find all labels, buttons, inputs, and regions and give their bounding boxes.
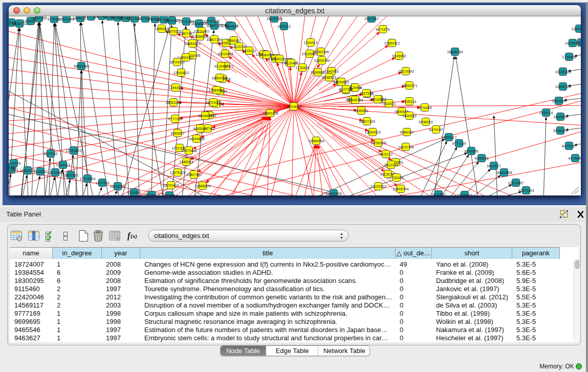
- svg-text:15692971: 15692971: [62, 173, 78, 177]
- svg-text:2935114: 2935114: [539, 111, 553, 115]
- svg-text:18724007: 18724007: [205, 101, 221, 104]
- svg-text:18807249: 18807249: [206, 38, 222, 41]
- svg-text:9699695: 9699695: [464, 149, 478, 153]
- svg-text:9463627: 9463627: [170, 132, 184, 135]
- svg-text:10025433: 10025433: [555, 70, 571, 74]
- svg-text:5938923: 5938923: [322, 76, 336, 79]
- svg-text:9227342: 9227342: [339, 87, 353, 91]
- svg-text:12093822: 12093822: [66, 149, 81, 152]
- svg-text:9463627: 9463627: [487, 164, 500, 168]
- svg-text:22420046: 22420046: [456, 193, 472, 196]
- svg-text:1640953: 1640953: [402, 114, 416, 118]
- svg-text:13654923: 13654923: [184, 42, 200, 46]
- svg-text:14120746: 14120746: [231, 45, 247, 49]
- svg-text:9465546: 9465546: [193, 127, 207, 130]
- svg-text:18300295: 18300295: [31, 16, 47, 20]
- svg-text:10654112: 10654112: [384, 41, 400, 45]
- svg-text:12093822: 12093822: [333, 80, 349, 84]
- svg-text:28053346: 28053346: [9, 166, 16, 169]
- svg-text:15692971: 15692971: [401, 84, 417, 87]
- svg-text:9227342: 9227342: [43, 152, 57, 156]
- svg-text:12093822: 12093822: [173, 71, 189, 75]
- svg-text:16154808: 16154808: [188, 137, 204, 141]
- svg-text:28053346: 28053346: [73, 64, 89, 68]
- svg-text:9899695: 9899695: [311, 71, 324, 74]
- svg-text:19756928: 19756928: [370, 141, 386, 145]
- svg-text:10807487: 10807487: [186, 173, 202, 177]
- svg-text:13524851: 13524851: [571, 27, 581, 31]
- svg-text:15720407: 15720407: [163, 184, 179, 187]
- svg-text:18300295: 18300295: [271, 57, 287, 61]
- svg-text:6479197: 6479197: [562, 144, 576, 148]
- svg-text:9129966: 9129966: [127, 191, 141, 194]
- svg-text:14569117: 14569117: [441, 136, 457, 139]
- svg-text:28053346: 28053346: [313, 50, 329, 54]
- svg-text:9084067: 9084067: [400, 130, 413, 134]
- svg-text:9115460: 9115460: [214, 64, 228, 68]
- svg-text:15900295: 15900295: [262, 112, 278, 115]
- svg-text:10973403: 10973403: [181, 149, 197, 152]
- svg-text:1615112: 1615112: [379, 152, 393, 156]
- svg-text:13495794: 13495794: [314, 59, 330, 62]
- svg-text:13495794: 13495794: [555, 85, 571, 89]
- svg-text:16210643: 16210643: [47, 171, 63, 174]
- svg-text:18807249: 18807249: [359, 120, 375, 123]
- svg-text:19384554: 19384554: [308, 139, 324, 143]
- svg-text:5938923: 5938923: [419, 120, 432, 124]
- svg-text:9465546: 9465546: [474, 157, 488, 160]
- svg-text:8471676: 8471676: [376, 28, 389, 31]
- svg-text:14136141: 14136141: [564, 41, 580, 45]
- svg-text:9474444: 9474444: [568, 157, 581, 160]
- svg-text:10688609: 10688609: [192, 35, 208, 38]
- svg-text:9115460: 9115460: [432, 193, 446, 196]
- svg-text:9777169: 9777169: [168, 117, 182, 121]
- svg-text:17016504: 17016504: [369, 98, 385, 101]
- svg-text:1640953: 1640953: [553, 115, 567, 119]
- svg-text:9245652: 9245652: [354, 109, 368, 113]
- svg-text:9115460: 9115460: [285, 61, 298, 65]
- svg-text:12213967: 12213967: [508, 181, 524, 185]
- svg-text:18724007: 18724007: [143, 193, 159, 196]
- svg-text:16648784: 16648784: [110, 185, 125, 188]
- svg-text:12975125: 12975125: [169, 171, 185, 174]
- svg-text:14120746: 14120746: [398, 145, 413, 149]
- svg-text:1167534: 1167534: [96, 181, 110, 185]
- svg-text:16648784: 16648784: [447, 50, 463, 54]
- svg-text:17016504: 17016504: [79, 177, 95, 181]
- svg-text:1244413: 1244413: [168, 86, 182, 90]
- svg-text:6479197: 6479197: [429, 128, 443, 132]
- svg-text:19384554: 19384554: [208, 89, 224, 92]
- svg-text:9474444: 9474444: [418, 106, 431, 110]
- svg-text:1733426: 1733426: [562, 55, 576, 59]
- svg-text:1733426: 1733426: [389, 176, 403, 180]
- svg-text:2687682: 2687682: [364, 17, 378, 20]
- svg-text:1167534: 1167534: [360, 92, 374, 95]
- svg-text:5938923: 5938923: [553, 129, 567, 133]
- svg-text:16648784: 16648784: [347, 98, 363, 102]
- svg-text:13495794: 13495794: [393, 187, 408, 191]
- svg-text:18724007: 18724007: [286, 105, 301, 108]
- svg-text:1615112: 1615112: [277, 25, 291, 28]
- svg-text:9084067: 9084067: [227, 39, 241, 42]
- svg-text:9699695: 9699695: [198, 114, 212, 118]
- svg-text:9245652: 9245652: [33, 170, 47, 173]
- svg-text:10025433: 10025433: [370, 185, 386, 188]
- svg-text:10973403: 10973403: [518, 189, 534, 192]
- svg-text:19384554: 19384554: [161, 194, 177, 196]
- svg-text:9084067: 9084067: [225, 25, 238, 28]
- svg-text:28053346: 28053346: [165, 101, 181, 104]
- svg-text:10688609: 10688609: [194, 184, 210, 188]
- svg-text:1244413: 1244413: [56, 163, 70, 167]
- svg-text:9245652: 9245652: [392, 54, 406, 58]
- svg-text:14120746: 14120746: [266, 17, 282, 20]
- svg-text:16210643: 16210643: [398, 70, 413, 73]
- svg-text:1733426: 1733426: [295, 66, 309, 70]
- svg-text:2935114: 2935114: [403, 100, 417, 103]
- svg-text:18724007: 18724007: [169, 60, 185, 64]
- svg-text:16210643: 16210643: [217, 52, 233, 56]
- svg-text:9777169: 9777169: [452, 142, 466, 145]
- svg-text:18300295: 18300295: [325, 192, 341, 195]
- svg-text:13654923: 13654923: [364, 130, 380, 134]
- svg-text:1244413: 1244413: [303, 41, 317, 45]
- svg-text:1615112: 1615112: [243, 49, 256, 53]
